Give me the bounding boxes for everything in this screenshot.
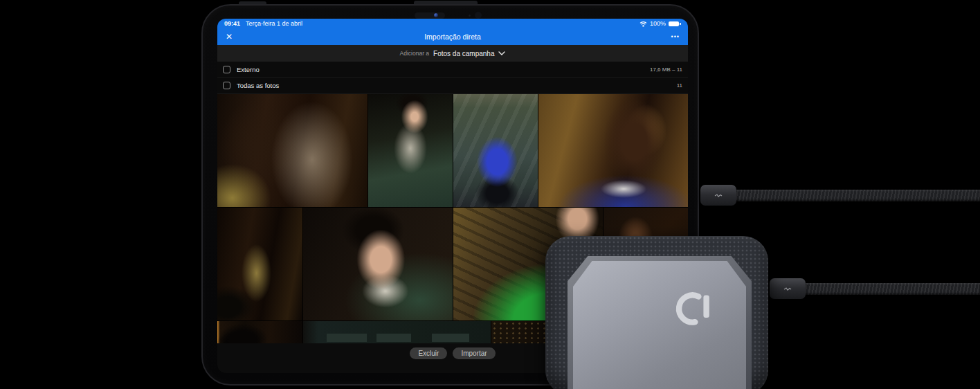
source-row-external[interactable]: Externo 17,6 MB – 11 <box>217 62 688 78</box>
ssd-metal-plate <box>573 261 746 389</box>
usb-connector-tablet <box>700 185 736 206</box>
photo-thumbnail-2[interactable] <box>368 94 453 207</box>
status-time: 09:41 <box>224 20 240 27</box>
front-camera-secondary <box>475 12 482 19</box>
photo-thumbnail-4[interactable] <box>538 94 688 207</box>
photo-thumbnail-3[interactable] <box>453 94 538 207</box>
all-photos-checkbox[interactable] <box>223 82 230 89</box>
battery-icon <box>669 21 681 26</box>
usb-connector-drive <box>770 278 806 299</box>
wifi-icon <box>639 21 647 27</box>
cable-logo-icon <box>783 287 792 291</box>
photo-thumbnail-5[interactable] <box>217 208 302 320</box>
import-button[interactable]: Importar <box>453 347 495 359</box>
external-checkbox[interactable] <box>223 66 230 73</box>
status-date: Terça-feira 1 de abril <box>246 20 302 27</box>
usb-cable-top <box>734 190 980 201</box>
source-row-label: Todas as fotos <box>237 82 279 89</box>
delete-button[interactable]: Excluir <box>410 347 447 359</box>
cable-logo-icon <box>714 193 723 198</box>
usb-cable-bottom <box>803 283 980 295</box>
add-to-bar: Adicionar a Fotos da campanha <box>217 45 688 62</box>
battery-percent: 100% <box>650 20 666 27</box>
photo-thumbnail-10[interactable] <box>303 321 491 343</box>
source-row-detail: 17,6 MB – 11 <box>650 66 682 73</box>
page-title: Importação direta <box>217 33 688 41</box>
status-bar: 09:41 Terça-feira 1 de abril 100% <box>217 19 688 28</box>
front-camera-lens <box>434 13 438 17</box>
ssd-drive <box>545 236 768 389</box>
source-row-detail: 11 <box>677 82 682 89</box>
add-to-label: Adicionar a <box>400 50 430 57</box>
nav-bar: ✕ Importação direta ••• <box>217 28 688 45</box>
source-row-label: Externo <box>237 66 260 73</box>
photo-thumbnail-9[interactable] <box>217 321 302 343</box>
photo-thumbnail-1[interactable] <box>217 94 368 207</box>
g-technology-logo-icon <box>673 289 712 328</box>
chevron-down-icon[interactable] <box>498 51 505 55</box>
album-selector[interactable]: Fotos da campanha <box>433 50 494 57</box>
scene: 09:41 Terça-feira 1 de abril 100% ✕ I <box>0 0 980 389</box>
ambient-sensor-dot <box>469 15 471 17</box>
source-row-all-photos[interactable]: Todas as fotos 11 <box>217 78 688 94</box>
front-camera-pill <box>415 12 445 19</box>
photo-thumbnail-6[interactable] <box>303 208 453 320</box>
